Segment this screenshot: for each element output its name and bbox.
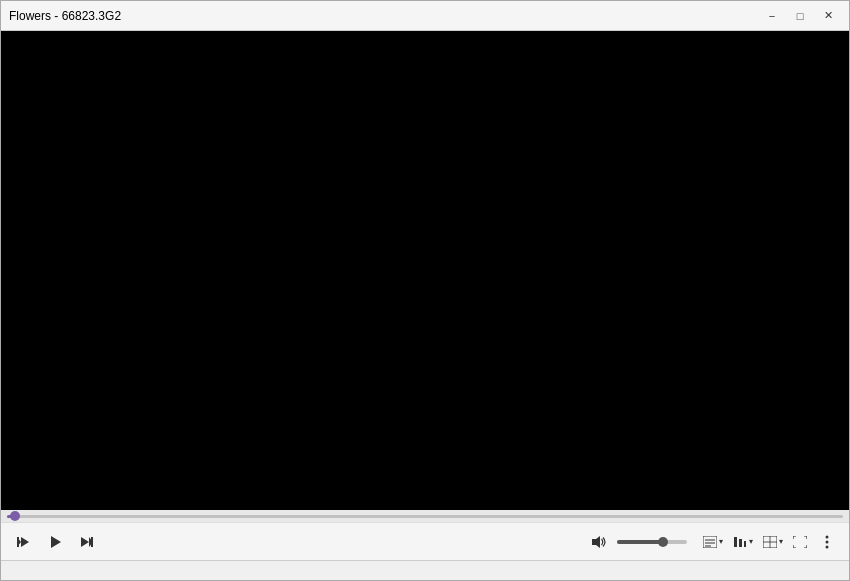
svg-point-19 [826, 540, 829, 543]
svg-rect-12 [734, 537, 737, 547]
skip-forward-icon [80, 535, 94, 549]
app-window: Flowers - 66823.3G2 − □ ✕ [0, 0, 850, 581]
volume-icon [591, 535, 607, 549]
audio-tracks-icon [733, 536, 747, 548]
svg-marker-3 [51, 536, 61, 548]
volume-button[interactable] [585, 528, 613, 556]
svg-rect-14 [744, 541, 746, 547]
status-bar [1, 560, 849, 580]
svg-marker-7 [592, 536, 600, 548]
skip-back-icon [16, 535, 30, 549]
more-options-button[interactable] [813, 528, 841, 556]
volume-fill [617, 540, 663, 544]
subtitles-chevron: ▾ [719, 538, 723, 546]
minimize-button[interactable]: − [759, 6, 785, 26]
seek-thumb [10, 511, 20, 521]
svg-point-18 [826, 535, 829, 538]
more-icon [824, 535, 830, 549]
play-icon [48, 535, 62, 549]
display-chevron: ▾ [779, 538, 783, 546]
maximize-button[interactable]: □ [787, 6, 813, 26]
controls-bar: ▾ ▾ ▾ [1, 522, 849, 560]
right-controls: ▾ ▾ ▾ [699, 528, 841, 556]
volume-section [585, 528, 687, 556]
svg-rect-13 [739, 539, 742, 547]
display-options-button[interactable]: ▾ [759, 529, 787, 555]
close-button[interactable]: ✕ [815, 6, 841, 26]
audio-chevron: ▾ [749, 538, 753, 546]
video-area[interactable] [1, 31, 849, 510]
fullscreen-button[interactable] [789, 529, 811, 555]
subtitles-icon [703, 536, 717, 548]
previous-button[interactable] [9, 528, 37, 556]
window-controls: − □ ✕ [759, 6, 841, 26]
svg-rect-1 [17, 537, 19, 547]
audio-tracks-button[interactable]: ▾ [729, 529, 757, 555]
svg-marker-4 [81, 537, 89, 547]
next-button[interactable] [73, 528, 101, 556]
title-text: Flowers - 66823.3G2 [9, 9, 121, 23]
volume-thumb [658, 537, 668, 547]
svg-rect-6 [91, 537, 93, 547]
title-bar: Flowers - 66823.3G2 − □ ✕ [1, 1, 849, 31]
seek-bar[interactable] [1, 510, 849, 522]
svg-point-20 [826, 545, 829, 548]
fullscreen-icon [793, 536, 807, 548]
volume-slider[interactable] [617, 540, 687, 544]
svg-marker-2 [21, 537, 29, 547]
seek-track [7, 515, 843, 518]
play-button[interactable] [41, 528, 69, 556]
display-icon [763, 536, 777, 548]
subtitles-button[interactable]: ▾ [699, 529, 727, 555]
